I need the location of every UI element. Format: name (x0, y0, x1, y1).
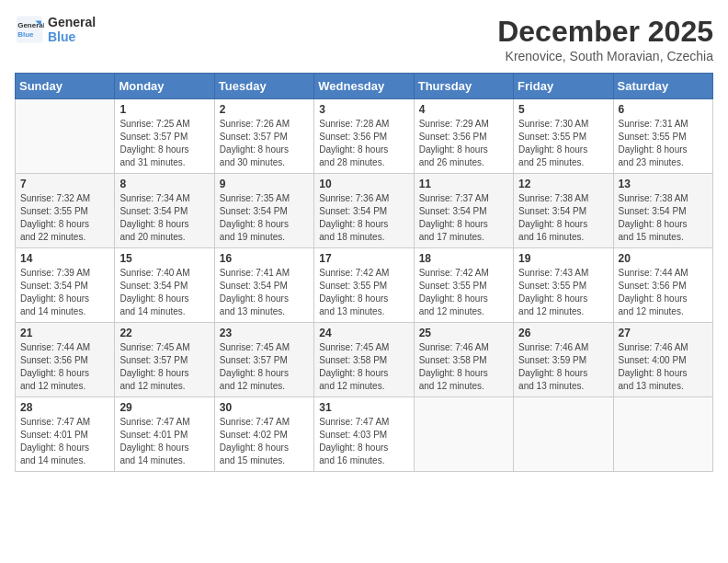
day-number: 2 (220, 103, 309, 116)
calendar-cell: 12Sunrise: 7:38 AM Sunset: 3:54 PM Dayli… (514, 174, 613, 248)
calendar-header: SundayMondayTuesdayWednesdayThursdayFrid… (16, 74, 713, 99)
day-number: 6 (619, 103, 708, 116)
calendar-cell: 16Sunrise: 7:41 AM Sunset: 3:54 PM Dayli… (214, 248, 313, 323)
weekday-header: Tuesday (214, 74, 313, 99)
logo-icon: General Blue (15, 15, 44, 44)
day-number: 17 (319, 252, 408, 265)
day-number: 29 (119, 401, 209, 414)
day-number: 16 (220, 252, 309, 265)
calendar-body: 1Sunrise: 7:25 AM Sunset: 3:57 PM Daylig… (16, 99, 713, 472)
day-info: Sunrise: 7:30 AM Sunset: 3:55 PM Dayligh… (518, 118, 608, 169)
day-number: 9 (220, 178, 309, 190)
day-number: 5 (518, 103, 608, 116)
calendar-cell: 20Sunrise: 7:44 AM Sunset: 3:56 PM Dayli… (613, 248, 712, 323)
location-subtitle: Krenovice, South Moravian, Czechia (497, 49, 713, 63)
day-info: Sunrise: 7:44 AM Sunset: 3:56 PM Dayligh… (619, 267, 708, 318)
day-info: Sunrise: 7:47 AM Sunset: 4:01 PM Dayligh… (119, 416, 209, 467)
calendar-cell: 30Sunrise: 7:47 AM Sunset: 4:02 PM Dayli… (214, 397, 313, 472)
day-info: Sunrise: 7:42 AM Sunset: 3:55 PM Dayligh… (419, 267, 508, 318)
calendar-cell: 22Sunrise: 7:45 AM Sunset: 3:57 PM Dayli… (115, 323, 214, 397)
day-number: 26 (518, 327, 608, 339)
calendar-cell: 3Sunrise: 7:28 AM Sunset: 3:56 PM Daylig… (314, 99, 414, 174)
calendar-cell: 13Sunrise: 7:38 AM Sunset: 3:54 PM Dayli… (613, 174, 712, 248)
day-number: 28 (20, 401, 109, 414)
day-info: Sunrise: 7:25 AM Sunset: 3:57 PM Dayligh… (119, 118, 209, 169)
calendar-table: SundayMondayTuesdayWednesdayThursdayFrid… (15, 73, 713, 472)
calendar-cell: 25Sunrise: 7:46 AM Sunset: 3:58 PM Dayli… (414, 323, 513, 397)
calendar-cell: 1Sunrise: 7:25 AM Sunset: 3:57 PM Daylig… (115, 99, 214, 174)
calendar-cell: 21Sunrise: 7:44 AM Sunset: 3:56 PM Dayli… (16, 323, 115, 397)
calendar-cell: 24Sunrise: 7:45 AM Sunset: 3:58 PM Dayli… (314, 323, 414, 397)
calendar-cell: 8Sunrise: 7:34 AM Sunset: 3:54 PM Daylig… (115, 174, 214, 248)
day-info: Sunrise: 7:35 AM Sunset: 3:54 PM Dayligh… (220, 192, 309, 244)
day-number: 12 (518, 178, 608, 190)
weekday-header: Sunday (16, 74, 115, 99)
day-info: Sunrise: 7:38 AM Sunset: 3:54 PM Dayligh… (619, 192, 708, 244)
day-info: Sunrise: 7:47 AM Sunset: 4:03 PM Dayligh… (319, 416, 408, 467)
day-info: Sunrise: 7:37 AM Sunset: 3:54 PM Dayligh… (419, 192, 508, 244)
day-number: 22 (119, 327, 209, 339)
weekday-header: Wednesday (314, 74, 414, 99)
day-info: Sunrise: 7:47 AM Sunset: 4:01 PM Dayligh… (20, 416, 109, 467)
day-info: Sunrise: 7:43 AM Sunset: 3:55 PM Dayligh… (518, 267, 608, 318)
calendar-cell: 31Sunrise: 7:47 AM Sunset: 4:03 PM Dayli… (314, 397, 414, 472)
day-info: Sunrise: 7:42 AM Sunset: 3:55 PM Dayligh… (319, 267, 408, 318)
calendar-week: 28Sunrise: 7:47 AM Sunset: 4:01 PM Dayli… (16, 397, 713, 472)
day-number: 30 (220, 401, 309, 414)
day-info: Sunrise: 7:31 AM Sunset: 3:55 PM Dayligh… (619, 118, 708, 169)
day-info: Sunrise: 7:45 AM Sunset: 3:58 PM Dayligh… (319, 341, 408, 393)
calendar-cell: 28Sunrise: 7:47 AM Sunset: 4:01 PM Dayli… (16, 397, 115, 472)
day-info: Sunrise: 7:34 AM Sunset: 3:54 PM Dayligh… (119, 192, 209, 244)
day-info: Sunrise: 7:26 AM Sunset: 3:57 PM Dayligh… (220, 118, 309, 169)
day-number: 24 (319, 327, 408, 339)
weekday-header: Thursday (414, 74, 513, 99)
calendar-cell: 10Sunrise: 7:36 AM Sunset: 3:54 PM Dayli… (314, 174, 414, 248)
day-info: Sunrise: 7:46 AM Sunset: 3:58 PM Dayligh… (419, 341, 508, 393)
day-info: Sunrise: 7:45 AM Sunset: 3:57 PM Dayligh… (119, 341, 209, 393)
calendar-cell: 9Sunrise: 7:35 AM Sunset: 3:54 PM Daylig… (214, 174, 313, 248)
calendar-cell: 2Sunrise: 7:26 AM Sunset: 3:57 PM Daylig… (214, 99, 313, 174)
weekday-header: Monday (115, 74, 214, 99)
day-number: 3 (319, 103, 408, 116)
calendar-cell: 17Sunrise: 7:42 AM Sunset: 3:55 PM Dayli… (314, 248, 414, 323)
svg-text:Blue: Blue (17, 30, 34, 39)
calendar-week: 1Sunrise: 7:25 AM Sunset: 3:57 PM Daylig… (16, 99, 713, 174)
month-title: December 2025 (497, 15, 713, 49)
day-info: Sunrise: 7:46 AM Sunset: 4:00 PM Dayligh… (619, 341, 708, 393)
day-number: 10 (319, 178, 408, 190)
day-info: Sunrise: 7:41 AM Sunset: 3:54 PM Dayligh… (220, 267, 309, 318)
calendar-cell: 18Sunrise: 7:42 AM Sunset: 3:55 PM Dayli… (414, 248, 513, 323)
logo: General Blue GeneralBlue (15, 15, 96, 44)
day-info: Sunrise: 7:40 AM Sunset: 3:54 PM Dayligh… (119, 267, 209, 318)
day-number: 21 (20, 327, 109, 339)
day-number: 19 (518, 252, 608, 265)
day-info: Sunrise: 7:46 AM Sunset: 3:59 PM Dayligh… (518, 341, 608, 393)
day-number: 15 (119, 252, 209, 265)
day-number: 13 (619, 178, 708, 190)
day-number: 7 (20, 178, 109, 190)
calendar-cell: 5Sunrise: 7:30 AM Sunset: 3:55 PM Daylig… (514, 99, 613, 174)
weekday-row: SundayMondayTuesdayWednesdayThursdayFrid… (16, 74, 713, 99)
calendar-week: 14Sunrise: 7:39 AM Sunset: 3:54 PM Dayli… (16, 248, 713, 323)
page-header: General Blue GeneralBlue December 2025 K… (15, 15, 713, 63)
calendar-week: 21Sunrise: 7:44 AM Sunset: 3:56 PM Dayli… (16, 323, 713, 397)
calendar-cell: 29Sunrise: 7:47 AM Sunset: 4:01 PM Dayli… (115, 397, 214, 472)
calendar-cell: 7Sunrise: 7:32 AM Sunset: 3:55 PM Daylig… (16, 174, 115, 248)
calendar-cell: 11Sunrise: 7:37 AM Sunset: 3:54 PM Dayli… (414, 174, 513, 248)
day-info: Sunrise: 7:32 AM Sunset: 3:55 PM Dayligh… (20, 192, 109, 244)
calendar-cell (16, 99, 115, 174)
day-number: 23 (220, 327, 309, 339)
day-number: 1 (119, 103, 209, 116)
day-number: 27 (619, 327, 708, 339)
calendar-week: 7Sunrise: 7:32 AM Sunset: 3:55 PM Daylig… (16, 174, 713, 248)
calendar-cell (613, 397, 712, 472)
weekday-header: Friday (514, 74, 613, 99)
weekday-header: Saturday (613, 74, 712, 99)
day-number: 25 (419, 327, 508, 339)
calendar-cell: 26Sunrise: 7:46 AM Sunset: 3:59 PM Dayli… (514, 323, 613, 397)
day-number: 14 (20, 252, 109, 265)
day-info: Sunrise: 7:44 AM Sunset: 3:56 PM Dayligh… (20, 341, 109, 393)
logo-text: GeneralBlue (48, 15, 96, 44)
day-number: 18 (419, 252, 508, 265)
calendar-cell: 15Sunrise: 7:40 AM Sunset: 3:54 PM Dayli… (115, 248, 214, 323)
